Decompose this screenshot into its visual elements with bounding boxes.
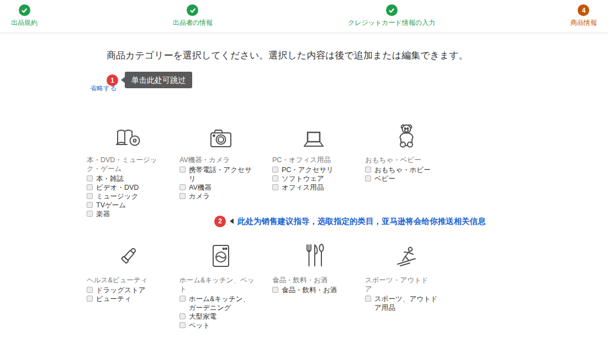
progress-step-label: 商品情報: [570, 19, 597, 26]
category-checkbox-list: ホーム&キッチン、 ガーデニング大型家電ペット: [179, 295, 272, 330]
laptop-icon: [272, 105, 355, 148]
checkbox[interactable]: [179, 184, 186, 190]
category-title: AV機器・カメラ: [179, 156, 262, 164]
category-checkbox-item[interactable]: ソフトウェア: [272, 174, 355, 183]
category-title: ホーム&キッチン、ペッ ト: [179, 276, 262, 293]
category-checkbox-item[interactable]: ペット: [179, 321, 262, 330]
category-checkbox-item[interactable]: 携帯電話・アクセサ リ: [179, 165, 262, 183]
checkbox[interactable]: [179, 193, 186, 199]
checkbox[interactable]: [179, 313, 186, 319]
checkbox-label: TVゲーム: [96, 201, 126, 210]
checkbox[interactable]: [87, 184, 93, 190]
category-checkbox-list: 携帯電話・アクセサ リAV機器カメラ: [179, 165, 272, 201]
checkbox-label: ドラッグストア: [96, 286, 146, 295]
dining-icon: [272, 240, 355, 269]
checkbox-label: ホーム&キッチン、 ガーデニング: [189, 295, 250, 312]
checkbox[interactable]: [365, 167, 371, 173]
category-title: 本・DVD・ミュージッ ク・ゲーム: [87, 156, 170, 173]
checkbox[interactable]: [179, 322, 186, 328]
teddy-bear-icon: [365, 105, 448, 148]
arrow-left-icon: [230, 218, 234, 224]
registration-progress-bar: 出品規約出品者の情報クレジットカード情報の入力4商品情報: [0, 0, 608, 33]
checkbox[interactable]: [87, 193, 93, 199]
category-grid-row-2: ヘルス&ビューティドラッグストアビューティホーム&キッチン、ペッ トホーム&キッ…: [87, 240, 608, 330]
checkbox-label: オフィス用品: [282, 183, 324, 192]
checkbox[interactable]: [87, 287, 93, 293]
checkbox-label: ベビー: [374, 174, 395, 183]
checkbox-label: 本・雑誌: [96, 174, 124, 183]
category-checkbox-list: PC・アクセサリソフトウェアオフィス用品: [272, 165, 365, 192]
progress-step-2: 出品者の情報: [173, 4, 213, 26]
checkbox[interactable]: [179, 167, 186, 173]
annotation-1-tooltip: 单击此处可跳过: [125, 72, 192, 88]
checkbox[interactable]: [272, 167, 278, 173]
category-checkbox-list: 食品・飲料・お酒: [272, 286, 365, 295]
annotation-2-badge: 2: [214, 216, 226, 227]
category-checkbox-item[interactable]: ビデオ・DVD: [87, 183, 170, 192]
checkbox-label: 大型家電: [189, 312, 216, 321]
lipstick-icon: [87, 240, 170, 269]
checkbox[interactable]: [87, 211, 93, 217]
progress-step-3: クレジットカード情報の入力: [348, 4, 435, 26]
category-card-6: ホーム&キッチン、ペッ トホーム&キッチン、 ガーデニング大型家電ペット: [179, 240, 272, 330]
category-checkbox-item[interactable]: ビューティ: [87, 295, 170, 303]
category-checkbox-item[interactable]: PC・アクセサリ: [272, 165, 355, 174]
skip-row: 省略する 1 单击此处可跳过: [90, 72, 608, 93]
checkbox[interactable]: [365, 175, 371, 181]
category-checkbox-item[interactable]: AV機器: [179, 183, 262, 192]
category-checkbox-item[interactable]: 本・雑誌: [87, 174, 170, 183]
category-checkbox-item[interactable]: カメラ: [179, 192, 262, 201]
category-checkbox-item[interactable]: 大型家電: [179, 312, 262, 321]
checkbox-label: AV機器: [189, 183, 212, 192]
page-title: 商品カテゴリーを選択してください。選択した内容は後で追加または編集できます。: [107, 49, 608, 62]
camera-icon: [179, 105, 262, 148]
checkbox[interactable]: [87, 296, 93, 302]
category-checkbox-item[interactable]: ホーム&キッチン、 ガーデニング: [179, 295, 262, 312]
checkbox-label: 携帯電話・アクセサ リ: [189, 165, 252, 183]
progress-step-label: 出品者の情報: [173, 19, 213, 26]
checkbox-label: スポーツ、アウトド ア用品: [374, 295, 438, 312]
category-checkbox-list: スポーツ、アウトド ア用品: [365, 295, 458, 312]
category-card-1: 本・DVD・ミュージッ ク・ゲーム本・雑誌ビデオ・DVDミュージックTVゲーム楽…: [87, 105, 179, 218]
category-card-4: おもちゃ・ベビーおもちゃ・ホビーベビー: [365, 105, 458, 218]
checkbox-label: おもちゃ・ホビー: [374, 165, 431, 174]
category-grid-row-1: 本・DVD・ミュージッ ク・ゲーム本・雑誌ビデオ・DVDミュージックTVゲーム楽…: [87, 105, 608, 218]
category-checkbox-item[interactable]: ミュージック: [87, 192, 170, 201]
category-checkbox-item[interactable]: ドラッグストア: [87, 286, 170, 295]
progress-step-4: 4商品情報: [570, 4, 597, 26]
category-checkbox-item[interactable]: スポーツ、アウトド ア用品: [365, 295, 448, 312]
category-title: 食品・飲料・お酒: [272, 276, 355, 285]
progress-step-label: 出品規約: [11, 19, 38, 26]
category-card-5: ヘルス&ビューティドラッグストアビューティ: [87, 240, 179, 330]
checkbox-label: ペット: [189, 321, 210, 330]
checkbox[interactable]: [87, 175, 93, 181]
main-content: 商品カテゴリーを選択してください。選択した内容は後で追加または編集できます。 省…: [87, 49, 608, 330]
category-card-2: AV機器・カメラ携帯電話・アクセサ リAV機器カメラ: [179, 105, 272, 218]
checkbox[interactable]: [365, 296, 371, 302]
progress-step-label: クレジットカード情報の入力: [348, 19, 435, 26]
category-checkbox-list: 本・雑誌ビデオ・DVDミュージックTVゲーム楽器: [87, 174, 179, 218]
category-checkbox-item[interactable]: 楽器: [87, 210, 170, 218]
checkbox-label: ビデオ・DVD: [96, 183, 139, 192]
category-checkbox-item[interactable]: オフィス用品: [272, 183, 355, 192]
checkbox[interactable]: [87, 202, 93, 208]
category-checkbox-item[interactable]: TVゲーム: [87, 201, 170, 210]
checkbox[interactable]: [272, 287, 278, 293]
category-title: おもちゃ・ベビー: [365, 156, 448, 164]
category-checkbox-list: おもちゃ・ホビーベビー: [365, 165, 458, 183]
category-checkbox-item[interactable]: 食品・飲料・お酒: [272, 286, 355, 295]
ski-icon: [365, 240, 448, 269]
checkbox-label: PC・アクセサリ: [282, 165, 334, 174]
checkbox[interactable]: [179, 296, 186, 302]
washing-machine-icon: [179, 240, 262, 269]
checkbox[interactable]: [272, 175, 278, 181]
checkbox-label: 楽器: [96, 210, 110, 218]
category-card-7: 食品・飲料・お酒食品・飲料・お酒: [272, 240, 365, 330]
category-checkbox-item[interactable]: ベビー: [365, 174, 448, 183]
category-checkbox-item[interactable]: おもちゃ・ホビー: [365, 165, 448, 174]
checkbox[interactable]: [272, 184, 278, 190]
check-icon: [386, 4, 398, 16]
progress-step-1: 出品規約: [11, 4, 38, 26]
category-title: スポーツ・アウトド ア: [365, 276, 448, 293]
annotation-1-badge: 1: [107, 74, 118, 86]
